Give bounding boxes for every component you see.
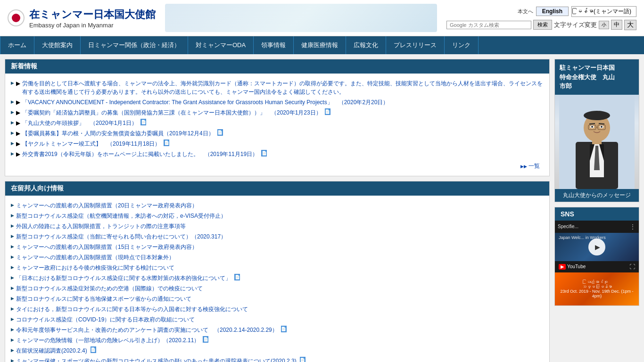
font-small-button[interactable]: 小 (599, 21, 609, 29)
resident-link-15[interactable]: 在留状況確認調査(2020.2.4) (16, 346, 87, 355)
resident-item-6: ミャンマーへの渡航者の入国制限措置（現時点で日本対象外） (11, 253, 544, 262)
news-item-6: ▶ 【ヤクルトミャンマー竣工式】 （2019年11月18日） 📄 (11, 140, 544, 148)
more-link[interactable]: 一覧 (520, 163, 540, 169)
resident-link-2[interactable]: 新型コロナウイルス感染症（航空機関連情報，来訪者への対応，e-VISA受付停止） (16, 212, 226, 220)
yt-fullscreen-icon[interactable]: ⛶ (629, 263, 635, 270)
resident-link-1[interactable]: ミャンマーへの渡航者の入国制限措置（20日ミャンマー政府発表内容） (16, 201, 198, 210)
search-button[interactable]: 検索 (533, 20, 552, 30)
resident-link-8[interactable]: 「日本における新型コロナウイルス感染症に関する水際対策の抜本的強化について」 (16, 274, 231, 282)
news-item-4-arrow: ▶ (16, 119, 20, 127)
nav-item-oda[interactable]: 対ミャンマーODA (188, 36, 254, 54)
japan-flag-icon (8, 9, 25, 26)
nav-item-links[interactable]: リンク (445, 36, 479, 54)
search-input[interactable] (446, 21, 531, 29)
resident-item-15: 在留状況確認調査(2020.2.4) 📄 (11, 346, 544, 355)
news-item-3-arrow: ▶ (16, 108, 20, 117)
news-item-7: ▶ 外交青書2019（令和元年版）をホームページ上に掲載いたしました。 （201… (11, 150, 544, 158)
resident-link-5[interactable]: ミャンマーへの渡航者の入国制限措置（15日ミャンマー政府発表内容） (16, 243, 198, 251)
ambassador-message-anchor[interactable]: 丸山大使からのメッセージ (563, 192, 631, 198)
header-controls: 本文へ English မြန်မာ(ミャンマー語) 検索 文字サイズ変更 小 … (446, 6, 636, 30)
main-navigation: ホーム 大使館案内 日ミャンマー関係（政治・経済） 対ミャンマーODA 領事情報… (0, 36, 644, 54)
svg-line-12 (599, 123, 604, 124)
sns-header: SNS (555, 207, 639, 221)
news-link-2[interactable]: 「VACANCY ANNOUNCEMENT - Independent Cont… (22, 98, 388, 107)
resident-item-4: 新型コロナウイルス感染症（当館に寄せられる問い合わせについて）（2020.317… (11, 232, 544, 241)
news-item-1: ▶ 労働を目的として日本へ渡航する場合、ミャンマーの法令上、海外就労識別カード（… (11, 79, 544, 96)
yt-more-icon[interactable]: ⋮ (629, 223, 636, 230)
font-large-button[interactable]: 大 (624, 20, 636, 30)
doc-icon-5: 📄 (217, 129, 223, 136)
yt-play-button[interactable] (588, 239, 605, 255)
resident-item-9: 新型コロナウイルス感染症対策のための空港（国際線）での検疫について (11, 284, 544, 293)
svg-point-10 (601, 126, 603, 128)
resident-link-14[interactable]: ミャンマーの危険情報（一部地域の危険レベル引き上げ）（2020.2.11） (16, 336, 199, 345)
news-item-2: ▶ 「VACANCY ANNOUNCEMENT - Independent Co… (11, 98, 544, 107)
resident-link-9[interactable]: 新型コロナウイルス感染症対策のための空港（国際線）での検疫について (16, 284, 203, 293)
resident-link-13[interactable]: 令和元年度領事サービス向上・改善のためのアンケート調査の実施について （2020… (16, 326, 278, 334)
news-item-2-arrow: ▶ (16, 98, 20, 107)
doc-icon-4: 📄 (140, 119, 146, 125)
resident-link-4[interactable]: 新型コロナウイルス感染症（当館に寄せられる問い合わせについて）（2020.317… (16, 232, 226, 241)
residents-section: 在留邦人向け情報 ミャンマーへの渡航者の入国制限措置（20日ミャンマー政府発表内… (5, 181, 550, 362)
news-item-7-arrow: ▶ (16, 150, 20, 158)
world-map-decoration (165, 4, 437, 32)
news-link-5[interactable]: 【委嘱員募集】草の根・人間の安全無償資金協力委嘱員（2019年12月4日） (22, 129, 214, 138)
myanmar-button[interactable]: မြန်မာ(ミャンマー語) (571, 6, 636, 17)
header-branding: 在ミャンマー日本国大使館 Embassy of Japan in Myanmar (8, 8, 156, 29)
doc-icon-r14: 📄 (203, 336, 208, 343)
news-link-3[interactable]: 「委嘱契約「経済協力調整員」の募集（国別開発協力第三課（在ミャンマー日本国大使館… (22, 108, 322, 117)
svg-line-11 (589, 123, 595, 124)
doc-icon-6: 📄 (164, 140, 169, 146)
honbun-label: 本文へ (518, 8, 533, 15)
yt-title: Specifie... (558, 224, 578, 229)
resident-item-12: コロナウイルス感染症（COVID-19）に関する日本政府の取組について (11, 315, 544, 324)
nav-item-home[interactable]: ホーム (0, 36, 34, 54)
resident-link-11[interactable]: タイにおける，新型コロナウイルスに関する日本等からの入国者に対する検疫強化につい… (16, 305, 248, 313)
yt-video-area[interactable]: Japan Welc... in Workers (555, 233, 639, 261)
resident-link-7[interactable]: ミャンマー政府における今後の検疫強化に関する検討について (16, 263, 174, 272)
nav-item-consular[interactable]: 領事情報 (254, 36, 294, 54)
sns-box: SNS Specifie... ⋮ Japan Welc... in Worke… (554, 207, 639, 306)
new-info-header: 新着情報 (5, 59, 549, 74)
nav-item-press[interactable]: プレスリリース (386, 36, 445, 54)
site-title-english: Embassy of Japan in Myanmar (29, 22, 156, 29)
resident-item-16: ミャンマー保健・スポーツ省からの新型コロナウイルス感染の疑いのあった患者の退院発… (11, 357, 544, 362)
ambassador-message-link[interactable]: 丸山大使からのメッセージ (555, 189, 639, 202)
content-area: 新着情報 ▶ 労働を目的として日本へ渡航する場合、ミャンマーの法令上、海外就労識… (5, 59, 550, 362)
ambassador-title-line2: 特命全権大使 丸山 (560, 74, 615, 81)
svg-point-6 (584, 111, 610, 120)
nav-item-embassy[interactable]: 大使館案内 (34, 36, 81, 54)
news-item-4: ▶ 「丸山大使の年頭挨拶」 （2020年1月1日） 📄 (11, 119, 544, 127)
resident-item-10: 新型コロナウイルスに関する当地保健スポーツ省からの通知について (11, 295, 544, 303)
ambassador-figure (559, 95, 635, 189)
font-medium-button[interactable]: 中 (611, 20, 622, 30)
yt-bottom-bar: ▶ YouTube ⛶ (555, 261, 639, 272)
resident-link-6[interactable]: ミャンマーへの渡航者の入国制限措置（現時点で日本対象外） (16, 253, 174, 262)
resident-link-16[interactable]: ミャンマー保健・スポーツ省からの新型コロナウイルス感染の疑いのあった患者の退院発… (16, 357, 297, 362)
lower-banner[interactable]: ပြည်ထောင်စုသမ္မတမြန်မာ23rd Oct. 2019 - N… (555, 272, 639, 305)
youtube-embed: Specifie... ⋮ Japan Welc... in Workers ▶… (555, 221, 639, 272)
resident-link-12[interactable]: コロナウイルス感染症（COVID-19）に関する日本政府の取組について (16, 315, 195, 324)
doc-icon-r15: 📄 (91, 346, 96, 353)
news-link-7[interactable]: 外交青書2019（令和元年版）をホームページ上に掲載いたしました。 （2019年… (22, 150, 258, 158)
resident-link-10[interactable]: 新型コロナウイルスに関する当地保健スポーツ省からの通知について (16, 295, 191, 303)
youtube-wordmark: YouTube (567, 264, 586, 269)
nav-item-culture[interactable]: 広報文化 (346, 36, 386, 54)
news-link-6[interactable]: 【ヤクルトミャンマー竣工式】 （2019年11月18日） (22, 140, 160, 148)
nav-item-health[interactable]: 健康医療情報 (294, 36, 346, 54)
english-button[interactable]: English (536, 7, 569, 16)
resident-item-8: 「日本における新型コロナウイルス感染症に関する水際対策の抜本的強化について」 📄 (11, 274, 544, 282)
ambassador-title-line3: 市郎 (560, 82, 572, 90)
nav-item-relations[interactable]: 日ミャンマー関係（政治・経済） (81, 36, 188, 54)
main-container: 新着情報 ▶ 労働を目的として日本へ渡航する場合、ミャンマーの法令上、海外就労識… (0, 54, 644, 362)
news-link-4[interactable]: 「丸山大使の年頭挨拶」 （2020年1月1日） (22, 119, 137, 127)
page-header: 在ミャンマー日本国大使館 Embassy of Japan in Myanmar… (0, 0, 644, 36)
news-item-5: ▶ 【委嘱員募集】草の根・人間の安全無償資金協力委嘱員（2019年12月4日） … (11, 129, 544, 138)
yt-top-bar: Specifie... ⋮ (555, 221, 639, 233)
font-size-label: 文字サイズ変更 (554, 21, 597, 29)
news-item-1-arrow: ▶ (16, 79, 20, 88)
news-item-6-arrow: ▶ (16, 140, 20, 148)
news-link-1[interactable]: 労働を目的として日本へ渡航する場合、ミャンマーの法令上、海外就労識別カード（通称… (22, 79, 544, 96)
resident-link-3[interactable]: 外国人の陸路による入国制限措置，トランジットの際の注意事項等 (16, 222, 186, 230)
doc-icon-r16: 📄 (300, 357, 305, 362)
